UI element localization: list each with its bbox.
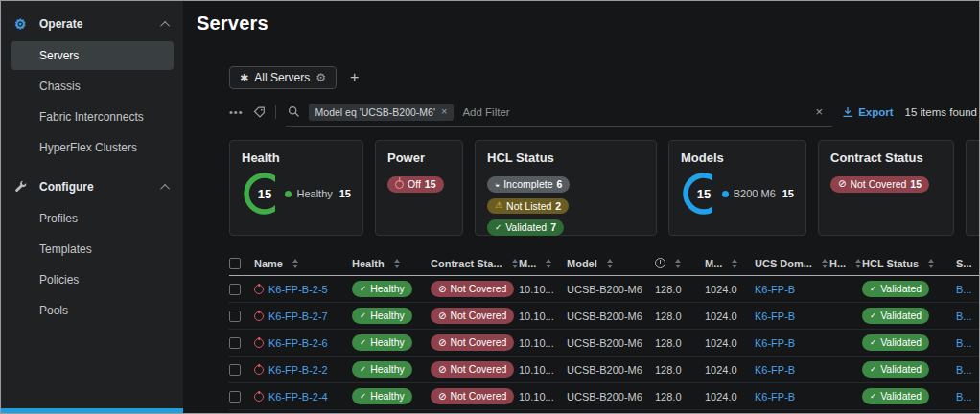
table-row[interactable]: K6-FP-B-2-7 ✓Healthy ⊘Not Covered 10.10.… — [229, 303, 980, 330]
add-tab-button[interactable]: + — [346, 70, 362, 85]
not-covered-badge[interactable]: ⊘ Not Covered 15 — [830, 176, 929, 193]
column-header-cpu[interactable] — [655, 258, 705, 268]
table-row[interactable]: K6-FP-B-2-5 ✓Healthy ⊘Not Covered 10.10.… — [229, 276, 980, 303]
clear-filters-icon[interactable]: × — [808, 104, 831, 119]
model-cell: UCSB-B200-M6 — [567, 337, 655, 349]
row-checkbox[interactable] — [229, 391, 241, 402]
chip-close-icon[interactable]: × — [441, 106, 447, 117]
ucs-domain-link[interactable]: K6-FP-B — [755, 391, 795, 402]
column-header-model[interactable]: Model — [567, 258, 655, 269]
power-off-icon — [254, 392, 264, 402]
add-filter-placeholder[interactable]: Add Filter — [462, 106, 509, 118]
server-profile-link[interactable]: B... — [956, 364, 972, 376]
sidebar-item-fabric-interconnects[interactable]: Fabric Interconnects — [11, 103, 174, 131]
table-row[interactable]: K6-FP-B-2-2 ✓Healthy ⊘Not Covered 10.10.… — [229, 356, 980, 383]
sidebar-section-configure[interactable]: Configure — [1, 172, 183, 202]
column-header-management-ip[interactable]: M... — [519, 258, 567, 269]
select-all-checkbox[interactable] — [229, 258, 241, 269]
validated-badge[interactable]: ✓ Validated 7 — [487, 219, 564, 236]
server-profile-link[interactable]: B... — [956, 310, 972, 322]
export-label: Export — [858, 106, 893, 118]
sort-icon — [546, 259, 551, 268]
server-name-link[interactable]: K6-FP-B-2-4 — [268, 391, 328, 402]
contract-status-badge: ⊘Not Covered — [431, 308, 514, 324]
cpu-capacity-cell: 128.0 — [655, 391, 705, 402]
models-card[interactable]: Models 15 B200 M6 15 — [668, 140, 806, 236]
summary-cards: Health 15 Healthy 15 Powe — [229, 140, 980, 236]
power-card[interactable]: Power Off 15 — [375, 140, 463, 236]
health-card[interactable]: Health 15 Healthy 15 — [229, 140, 363, 236]
not-covered-icon: ⊘ — [438, 311, 446, 321]
health-badge: ✓Healthy — [352, 308, 412, 324]
sidebar-item-chassis[interactable]: Chassis — [11, 72, 174, 101]
column-header-h[interactable]: H... — [829, 258, 862, 269]
not-listed-badge[interactable]: ⚠ Not Listed 2 — [487, 198, 569, 215]
memory-capacity-cell: 1024.0 — [705, 364, 755, 376]
health-badge: ✓Healthy — [352, 388, 412, 404]
sidebar-item-hyperflex-clusters[interactable]: HyperFlex Clusters — [11, 133, 174, 162]
ucs-domain-link[interactable]: K6-FP-B — [755, 284, 795, 295]
table-row[interactable]: K6-FP-B-2-6 ✓Healthy ⊘Not Covered 10.10.… — [229, 330, 980, 356]
hcl-status-card[interactable]: HCL Status ◒ Incomplete 6 ⚠ Not Listed 2 — [475, 140, 657, 236]
column-header-contract-status[interactable]: Contract Sta... — [431, 258, 519, 269]
server-profile-link[interactable]: B... — [956, 391, 972, 402]
column-header-s[interactable]: S... — [956, 258, 979, 269]
badge-label: Validated — [505, 222, 547, 233]
sidebar-item-servers[interactable]: Servers — [11, 41, 174, 70]
sidebar-item-profiles[interactable]: Profiles — [11, 204, 174, 233]
power-off-icon — [254, 311, 264, 321]
filter-chip[interactable]: Model eq 'UCSB-B200-M6' × — [309, 104, 455, 121]
badge-value: 7 — [550, 222, 556, 233]
table-row[interactable]: K6-FP-B-2-4 ✓Healthy ⊘Not Covered 10.10.… — [229, 383, 980, 410]
column-header-health[interactable]: Health — [352, 258, 431, 269]
svg-text:15: 15 — [258, 187, 271, 201]
chevron-up-icon[interactable] — [160, 20, 170, 30]
incomplete-badge[interactable]: ◒ Incomplete 6 — [487, 176, 570, 193]
server-name-link[interactable]: K6-FP-B-2-2 — [268, 364, 328, 376]
memory-capacity-cell: 1024.0 — [705, 310, 755, 322]
management-ip-cell: 10.10... — [519, 391, 567, 402]
section-label: Operate — [39, 17, 82, 31]
health-badge: ✓Healthy — [352, 334, 412, 351]
server-profile-link[interactable]: B... — [956, 337, 972, 349]
card-title: Power — [387, 150, 451, 165]
sidebar-item-label: Pools — [39, 304, 68, 317]
row-checkbox[interactable] — [229, 310, 241, 322]
server-name-link[interactable]: K6-FP-B-2-7 — [268, 310, 328, 322]
check-icon: ✓ — [870, 338, 876, 347]
more-actions-icon[interactable]: ••• — [229, 106, 244, 118]
sidebar: ⚙ Operate Servers Chassis Fabric Interco… — [1, 1, 183, 413]
column-header-name[interactable]: Name — [254, 258, 352, 269]
badge-label: Off — [408, 179, 421, 190]
ucs-domain-link[interactable]: K6-FP-B — [755, 364, 795, 376]
tag-icon[interactable] — [253, 106, 266, 119]
sidebar-item-pools[interactable]: Pools — [11, 296, 174, 325]
wrench-icon — [14, 180, 34, 195]
sidebar-section-operate[interactable]: ⚙ Operate — [1, 9, 183, 39]
row-checkbox[interactable] — [229, 337, 241, 349]
server-name-link[interactable]: K6-FP-B-2-5 — [268, 284, 328, 295]
ucs-domain-link[interactable]: K6-FP-B — [755, 310, 795, 322]
row-checkbox[interactable] — [229, 284, 241, 295]
power-off-badge[interactable]: Off 15 — [387, 176, 444, 193]
tab-all-servers[interactable]: ✱ All Servers ⚙ — [229, 66, 337, 89]
chevron-up-icon[interactable] — [160, 183, 170, 193]
ucs-domain-link[interactable]: K6-FP-B — [755, 337, 795, 349]
server-name-link[interactable]: K6-FP-B-2-6 — [268, 337, 328, 349]
export-button[interactable]: Export — [842, 106, 893, 118]
sidebar-item-templates[interactable]: Templates — [11, 235, 174, 264]
sort-icon — [292, 259, 298, 268]
not-covered-icon: ⊘ — [438, 365, 446, 375]
tab-settings-gear-icon[interactable]: ⚙ — [315, 72, 326, 83]
filter-input[interactable]: Model eq 'UCSB-B200-M6' × Add Filter × — [286, 98, 833, 126]
operate-gear-icon: ⚙ — [14, 17, 34, 31]
cpu-capacity-cell: 128.0 — [655, 284, 705, 295]
sidebar-item-policies[interactable]: Policies — [11, 265, 174, 294]
server-profile-link[interactable]: B... — [956, 284, 972, 295]
contract-status-card[interactable]: Contract Status ⊘ Not Covered 15 — [818, 140, 954, 236]
check-icon: ✓ — [870, 311, 876, 320]
column-header-hcl-status[interactable]: HCL Status — [862, 258, 956, 269]
column-header-ucs-domain[interactable]: UCS Dom... — [755, 258, 829, 269]
column-header-memory[interactable]: M... — [705, 258, 755, 269]
row-checkbox[interactable] — [229, 364, 241, 376]
